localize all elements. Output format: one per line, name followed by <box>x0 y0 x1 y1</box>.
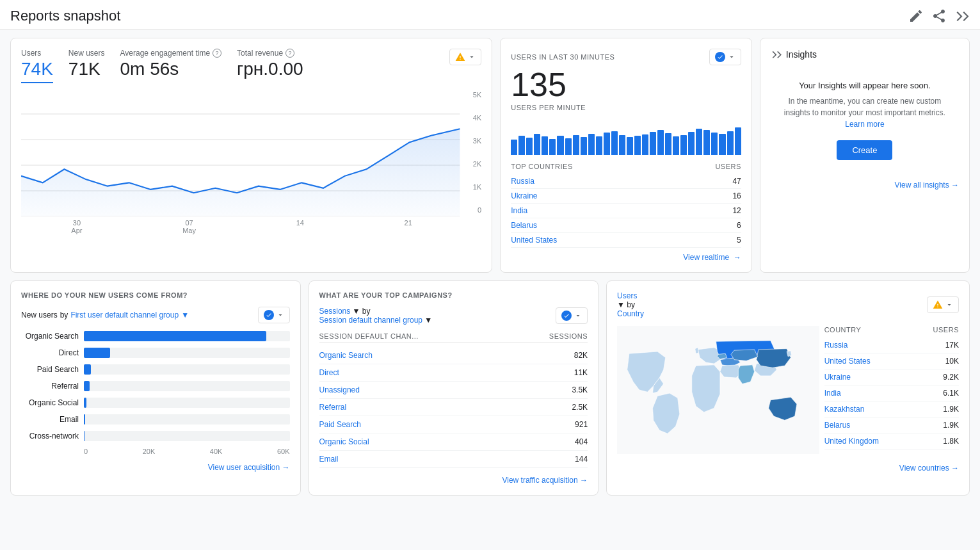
insights-body: Your Insights will appear here soon. In … <box>771 68 959 173</box>
dropdown-arrow-icon <box>468 53 476 61</box>
geo-row-ukraine: Ukraine 9.2K <box>824 369 959 385</box>
check-icon-camp <box>561 311 572 321</box>
campaigns-card: WHAT ARE YOUR TOP CAMPAIGNS? Sessions ▼ … <box>309 280 599 496</box>
session-row-referral: Referral 2.5K <box>319 399 588 416</box>
view-traffic-link[interactable]: View traffic acquisition → <box>502 476 588 485</box>
alert-badge[interactable] <box>449 49 481 65</box>
view-countries-link[interactable]: View countries → <box>899 464 959 473</box>
learn-more-link[interactable]: Learn more <box>845 120 884 129</box>
view-countries-link-container: View countries → <box>617 464 959 473</box>
geo-country-link[interactable]: Country <box>617 309 644 318</box>
revenue-value: грн.0.00 <box>237 59 303 79</box>
view-acquisition-link-container: View user acquisition → <box>21 463 290 472</box>
realtime-subtitle: USERS PER MINUTE <box>511 104 741 111</box>
geo-header-row: Users ▼ by Country <box>617 291 959 318</box>
session-row-email: Email 144 <box>319 451 588 468</box>
session-row-organic-social: Organic Social 404 <box>319 433 588 451</box>
session-row-paid-search: Paid Search 921 <box>319 416 588 433</box>
view-all-insights-container: View all insights → <box>771 181 959 190</box>
geo-card: Users ▼ by Country <box>606 280 970 496</box>
insights-title: Insights <box>786 49 817 60</box>
view-acquisition-link[interactable]: View user acquisition → <box>208 463 290 472</box>
geo-table: COUNTRY USERS Russia 17K United States 1… <box>824 326 959 456</box>
view-realtime-link[interactable]: View realtime → <box>683 253 741 262</box>
sessions-group-link[interactable]: Session default channel group <box>319 316 422 325</box>
hbar-row-email: Email <box>21 414 290 425</box>
realtime-card: USERS IN LAST 30 MINUTES 135 USERS PER M… <box>500 38 752 273</box>
create-insights-button[interactable]: Create <box>837 140 892 160</box>
acquisition-dropdown-arrow[interactable]: ▼ <box>181 311 189 319</box>
insights-header: Insights <box>771 49 959 60</box>
session-row-organic-search: Organic Search 82K <box>319 347 588 364</box>
session-row-unassigned: Unassigned 3.5K <box>319 382 588 399</box>
new-users-value: 71K <box>68 59 105 79</box>
y-axis-labels: 5K 4K 3K 2K 1K 0 <box>462 88 481 216</box>
tab-engagement[interactable]: Average engagement time ? 0m 56s <box>120 49 222 83</box>
acquisition-group-dropdown[interactable]: First user default channel group <box>70 311 179 319</box>
metrics-card: Users 74K New users 71K Average engageme… <box>10 38 492 273</box>
acquisition-check-badge[interactable] <box>258 307 290 323</box>
view-all-insights-link[interactable]: View all insights → <box>895 181 960 190</box>
check-icon-acq <box>264 310 274 320</box>
geo-table-header: COUNTRY USERS <box>824 326 959 334</box>
chevron-down-icon <box>728 53 735 61</box>
more-options-icon[interactable] <box>954 8 970 24</box>
country-row-belarus: Belarus 6 <box>511 218 741 233</box>
world-map-svg <box>617 326 819 454</box>
geo-row-belarus: Belarus 1.9K <box>824 417 959 433</box>
realtime-header: USERS IN LAST 30 MINUTES <box>511 49 741 65</box>
insights-headline: Your Insights will appear here soon. <box>776 81 954 90</box>
engagement-info-icon[interactable]: ? <box>213 49 221 58</box>
revenue-info-icon[interactable]: ? <box>285 49 294 58</box>
geo-map-container <box>617 326 819 456</box>
geo-content: COUNTRY USERS Russia 17K United States 1… <box>617 326 959 456</box>
geo-row-kazakhstan: Kazakhstan 1.9K <box>824 401 959 417</box>
insights-card: Insights Your Insights will appear here … <box>760 38 970 273</box>
geo-alert-badge[interactable] <box>927 296 959 313</box>
bottom-row: WHERE DO YOUR NEW USERS COME FROM? New u… <box>10 280 970 496</box>
view-realtime-link-container: View realtime → <box>511 253 741 262</box>
main-content: Users 74K New users 71K Average engageme… <box>0 30 980 503</box>
countries-table-header: TOP COUNTRIES USERS <box>511 163 741 170</box>
line-chart-area: 5K 4K 3K 2K 1K 0 <box>21 88 481 216</box>
hbar-axis-labels: 0 20K 40K 60K <box>21 448 290 455</box>
header-actions <box>908 8 970 24</box>
sessions-label-link[interactable]: Sessions <box>319 307 351 316</box>
geo-row-us: United States 10K <box>824 353 959 369</box>
acquisition-card: WHERE DO YOUR NEW USERS COME FROM? New u… <box>10 280 301 496</box>
warning-icon <box>455 52 465 62</box>
metrics-tabs: Users 74K New users 71K Average engageme… <box>21 49 303 83</box>
sessions-controls: Sessions ▼ by Session default channel gr… <box>319 307 588 325</box>
hbar-row-direct: Direct <box>21 348 290 358</box>
campaigns-check-badge[interactable] <box>556 307 588 324</box>
country-row-us: United States 5 <box>511 233 741 248</box>
top-row: Users 74K New users 71K Average engageme… <box>10 38 970 273</box>
tab-users[interactable]: Users 74K <box>21 49 53 83</box>
acquisition-chart-controls: New users by First user default channel … <box>21 307 290 323</box>
geo-users-link[interactable]: Users <box>617 291 644 300</box>
acquisition-section-title: WHERE DO YOUR NEW USERS COME FROM? <box>21 291 290 299</box>
tab-revenue[interactable]: Total revenue ? грн.0.00 <box>237 49 303 83</box>
engagement-value: 0m 56s <box>120 59 222 79</box>
geo-row-uk: United Kingdom 1.8K <box>824 433 959 449</box>
horizontal-bar-chart: Organic Search Direct Paid Search Referr… <box>21 331 290 455</box>
geo-chevron-icon <box>945 301 953 309</box>
campaigns-section-title: WHAT ARE YOUR TOP CAMPAIGNS? <box>319 291 588 299</box>
realtime-check-badge[interactable] <box>709 49 741 65</box>
sessions-table-header: SESSION DEFAULT CHAN... SESSIONS <box>319 332 588 343</box>
hbar-row-organic-social: Organic Social <box>21 398 290 408</box>
page-title: Reports snapshot <box>10 8 120 24</box>
svg-marker-5 <box>21 129 460 216</box>
sessions-by-label: Sessions ▼ by Session default channel gr… <box>319 307 433 325</box>
hbar-row-organic-search: Organic Search <box>21 331 290 341</box>
country-row-india: India 12 <box>511 204 741 218</box>
geo-row-india: India 6.1K <box>824 385 959 401</box>
countries-table: TOP COUNTRIES USERS Russia 47 Ukraine 16… <box>511 163 741 248</box>
tab-new-users[interactable]: New users 71K <box>68 49 105 83</box>
page-header: Reports snapshot <box>0 0 980 30</box>
sessions-table: SESSION DEFAULT CHAN... SESSIONS Organic… <box>319 332 588 468</box>
chevron-down-icon-camp <box>574 312 582 319</box>
share-icon[interactable] <box>931 8 947 24</box>
edit-icon[interactable] <box>908 8 924 24</box>
realtime-count: 135 <box>511 68 741 101</box>
